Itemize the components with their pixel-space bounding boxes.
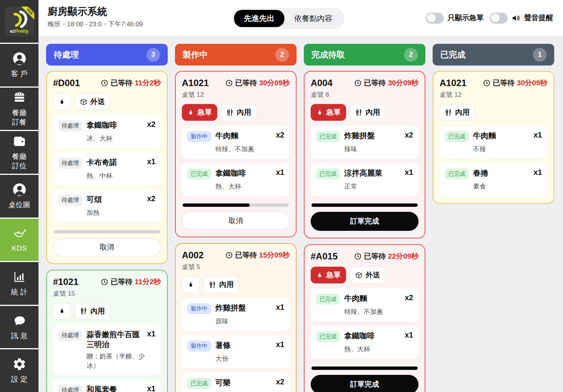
sidebar-item-table-map[interactable]: 桌位圖 — [0, 174, 38, 218]
service-badge: 外送 — [75, 93, 110, 110]
action-button[interactable]: 取消 — [182, 212, 290, 230]
order-card[interactable]: #D001 已等待 11分2秒 外送 待處理 拿鐵咖啡 x2 冰、大杯 — [46, 71, 168, 264]
sound-alert-toggle[interactable] — [490, 13, 508, 24]
bar-chart-icon — [12, 270, 27, 284]
item-name: 可樂 — [215, 378, 272, 387]
column-header: 完成待取 2 — [304, 44, 425, 66]
order-card[interactable]: #A015 已等待 22分09秒 急單 外送 已完成 牛肉麵 x2 特辣、不加 — [304, 244, 425, 392]
wait-label: 已等待 — [493, 78, 515, 88]
order-item[interactable]: 已完成 炸雞拼盤 x2 辣味 — [311, 126, 419, 159]
item-note: 贈：奶茶（半糖、少冰） — [87, 352, 156, 371]
action-button[interactable]: 訂單完成 — [311, 375, 419, 392]
order-item[interactable]: 待處理 拿鐵咖啡 x2 冰、大杯 — [53, 115, 161, 149]
order-item[interactable]: 已完成 拿鐵咖啡 x1 熱、大杯 — [311, 326, 419, 359]
service-badge: 內用 — [204, 276, 239, 293]
item-list: 待處理 蒜香嫩煎牛百匯三明治 x1 贈：奶茶（半糖、少冰） 待處理 和風套餐 x… — [53, 325, 161, 392]
order-card[interactable]: A1021 已等待 30分09秒 桌號 12 急單 內用 製作中 牛肉麵 x2 — [175, 71, 297, 237]
item-status-badge: 已完成 — [316, 331, 340, 342]
card-header: A1021 已等待 30分09秒 — [182, 78, 290, 88]
service-badge: 內用 — [350, 104, 385, 121]
item-qty: x2 — [405, 131, 413, 139]
action-button[interactable]: 取消 — [53, 238, 161, 256]
wait-label: 已等待 — [235, 78, 257, 88]
kds-board: 待處理 3 #D001 已等待 11分2秒 外送 待處理 — [38, 36, 563, 392]
order-id: #D001 — [53, 78, 80, 88]
column-header: 待處理 3 — [46, 44, 168, 66]
tab-fifo[interactable]: 先進先出 — [234, 10, 284, 27]
order-item[interactable]: 已完成 可樂 x2 去冰、中杯 — [182, 373, 290, 392]
item-name: 牛肉麵 — [344, 293, 401, 303]
wait-time: 30分09秒 — [259, 78, 290, 88]
column-title: 製作中 — [183, 49, 208, 61]
flame-icon — [187, 109, 194, 116]
order-item[interactable]: 已完成 春捲 x1 素食 — [439, 163, 547, 197]
sidebar-item-label: KDS — [12, 244, 27, 253]
order-item[interactable]: 已完成 涼拌高麗菜 x1 正常 — [311, 163, 419, 197]
order-item[interactable]: 製作中 牛肉麵 x2 特辣、不加蔥 — [182, 126, 290, 159]
logo-text: ezPretty — [5, 29, 34, 34]
order-id: A002 — [182, 250, 204, 261]
order-item[interactable]: 已完成 拿鐵咖啡 x1 熱、大杯 — [182, 163, 290, 197]
order-item[interactable]: 待處理 和風套餐 x1 — [53, 379, 161, 392]
sidebar-item-label: 統 計 — [11, 288, 27, 297]
sound-alert-label: 聲音提醒 — [524, 13, 553, 23]
wait-time: 15分09秒 — [259, 250, 290, 260]
order-item[interactable]: 製作中 炸雞拼盤 x1 原味 — [182, 298, 290, 331]
wait-label: 已等待 — [364, 251, 386, 261]
priority-flame-badge — [53, 303, 71, 320]
sidebar-item-customers[interactable]: 客 戶 — [0, 43, 38, 86]
person-icon — [12, 51, 27, 66]
toggle-knob — [491, 14, 500, 22]
item-status-badge: 待處理 — [58, 385, 82, 392]
sidebar-item-label: 設 定 — [11, 375, 27, 384]
order-id: A1021 — [182, 78, 209, 88]
status-column: 待處理 3 #D001 已等待 11分2秒 外送 待處理 — [46, 44, 168, 392]
column-cards: A1021 已等待 30分09秒 桌號 12 內用 已完成 牛肉麵 x1 不辣 … — [433, 71, 554, 204]
shift-subtitle: 晚班・18:00 - 23:0・下午7:46:09 — [48, 20, 143, 29]
order-card[interactable]: #1021 已等待 11分2秒 桌號 15 內用 待處理 蒜香嫩煎牛百匯三明治 … — [46, 270, 168, 392]
service-label: 內用 — [219, 280, 234, 290]
order-item[interactable]: 已完成 牛肉麵 x1 不辣 — [439, 126, 547, 159]
order-item[interactable]: 待處理 卡布奇諾 x1 熱、中杯 — [53, 152, 161, 186]
progress-fill — [311, 366, 418, 370]
order-card[interactable]: A1021 已等待 30分09秒 桌號 12 內用 已完成 牛肉麵 x1 不辣 … — [433, 71, 554, 204]
item-status-badge: 已完成 — [316, 168, 340, 179]
card-header: A1021 已等待 30分09秒 — [439, 78, 547, 88]
column-header: 製作中 2 — [175, 44, 297, 66]
sidebar-item-messages[interactable]: 訊 息 — [0, 305, 38, 349]
sidebar-item-statistics[interactable]: 統 計 — [0, 261, 38, 305]
sidebar-item-label: 訊 息 — [11, 331, 27, 341]
tab-by-item[interactable]: 依餐點內容 — [284, 10, 342, 27]
sidebar-item-reservation[interactable]: 餐廳 訂位 — [0, 130, 38, 174]
table-number: 桌號 15 — [53, 289, 161, 298]
sidebar-item-kds[interactable]: KDS — [0, 218, 38, 261]
badge-row: 內用 — [53, 303, 161, 320]
app-logo[interactable]: POS ezPretty — [5, 6, 34, 36]
item-list: 已完成 牛肉麵 x1 不辣 已完成 春捲 x1 素食 — [439, 126, 547, 196]
header: 廚房顯示系統 晚班・18:00 - 23:0・下午7:46:09 先進先出 依餐… — [38, 0, 563, 36]
column-title: 待處理 — [54, 49, 79, 61]
service-label: 外送 — [90, 97, 105, 107]
item-status-badge: 已完成 — [187, 168, 211, 179]
item-qty: x2 — [147, 120, 156, 129]
order-card[interactable]: A002 已等待 15分09秒 桌號 5 內用 製作中 炸雞拼盤 x1 原味 — [175, 243, 297, 392]
order-item[interactable]: 製作中 薯條 x1 大份 — [182, 335, 290, 369]
service-label: 內用 — [455, 107, 470, 117]
item-note: 辣味 — [344, 145, 413, 154]
order-card[interactable]: A004 已等待 30分09秒 桌號 8 急單 內用 已完成 炸雞拼盤 x2 辣 — [304, 71, 425, 238]
order-item[interactable]: 待處理 可頌 x2 加熱 — [53, 189, 161, 223]
badge-row: 急單 內用 — [182, 104, 290, 121]
urgent-only-toggle[interactable] — [426, 13, 444, 24]
item-qty: x1 — [147, 330, 156, 338]
item-name: 春捲 — [473, 168, 529, 178]
sidebar-item-settings[interactable]: 設 定 — [0, 348, 38, 392]
sidebar-item-restaurant-order[interactable]: 餐廳 訂餐 — [0, 86, 38, 130]
item-name: 拿鐵咖啡 — [344, 331, 401, 341]
item-note: 加熱 — [87, 208, 156, 218]
urgent-badge: 急單 — [311, 104, 346, 121]
order-item[interactable]: 待處理 蒜香嫩煎牛百匯三明治 x1 贈：奶茶（半糖、少冰） — [53, 325, 161, 376]
service-label: 外送 — [366, 270, 380, 280]
order-item[interactable]: 已完成 牛肉麵 x2 特辣、不加蔥 — [311, 288, 419, 322]
item-status-badge: 待處理 — [58, 158, 82, 169]
action-button[interactable]: 訂單完成 — [311, 212, 419, 231]
